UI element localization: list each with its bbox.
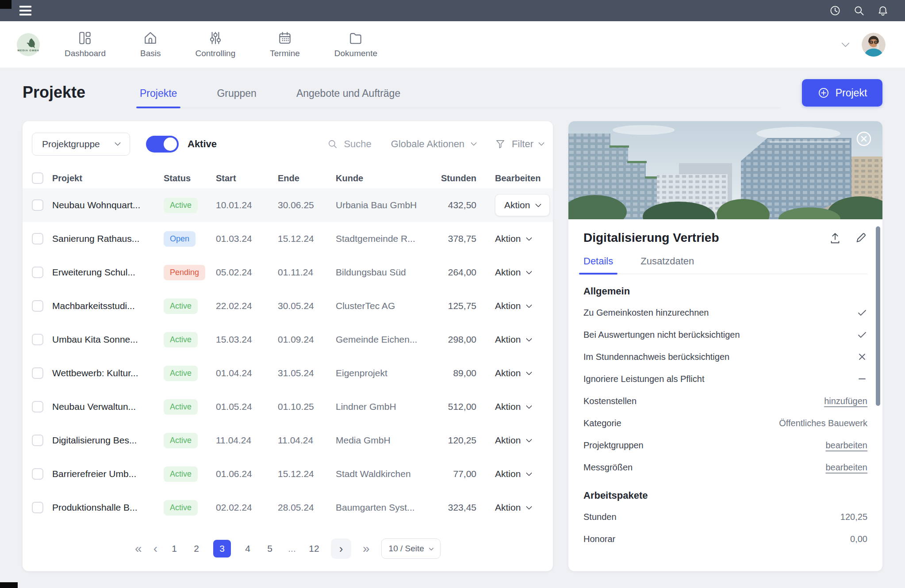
end-date: 30.06.25 [278,200,336,210]
project-detail-panel: Digitalisierung Vertrieb Details Zusatzd… [568,121,882,571]
user-avatar[interactable] [862,33,886,57]
pagination-first-button[interactable]: « [135,542,142,555]
active-toggle[interactable] [146,136,179,153]
edit-pencil-icon[interactable] [854,231,867,244]
row-checkbox[interactable] [32,199,43,211]
hours-value: 125,75 [448,301,476,311]
pagination-page-1[interactable]: 1 [169,543,180,554]
projects-table-card: Projektgruppe Aktive Suche Globale Aktio… [23,121,553,571]
tab-angebote-und-auftraege[interactable]: Angebote und Aufträge [296,88,400,107]
table-row[interactable]: Digitalisierung Bes... Active 11.04.24 1… [23,424,553,457]
hours-value: 77,00 [453,469,476,479]
row-checkbox[interactable] [32,267,43,278]
tab-zusatzdaten[interactable]: Zusatzdaten [640,256,694,274]
chevron-down-icon [115,140,121,146]
search-icon[interactable] [853,4,865,17]
company-logo[interactable]: MEDIA GMBH [17,33,40,56]
hamburger-menu-icon[interactable] [19,6,31,15]
row-action-dropdown[interactable]: Aktion [495,334,531,345]
row-action-dropdown[interactable]: Aktion [495,301,531,311]
filter-dropdown[interactable]: Filter [495,138,544,150]
pagination-last-button[interactable]: » [363,542,370,555]
row-action-dropdown[interactable]: Aktion [495,194,550,216]
row-action-dropdown[interactable]: Aktion [495,233,531,244]
panel-row: Im Stundennachweis berücksichtigen [583,346,867,368]
chevron-down-icon [526,403,532,409]
row-checkbox[interactable] [32,233,43,244]
pagination-next-button[interactable]: › [331,538,351,559]
row-checkbox[interactable] [32,502,43,513]
clock-icon[interactable] [829,4,841,17]
pagination-page-4[interactable]: 4 [242,543,253,554]
end-date: 28.05.24 [278,502,336,513]
table-row[interactable]: Sanierung Rathaus... Open 01.03.24 15.12… [23,222,553,256]
customer-name: ClusterTec AG [336,301,430,311]
table-row[interactable]: Produktionshalle B... Active 02.02.24 28… [23,491,553,524]
project-name: Machbarkeitsstudi... [52,301,164,311]
nav-item-controlling[interactable]: Controlling [195,31,235,58]
table-row[interactable]: Wettbewerb: Kultur... Active 01.04.24 31… [23,356,553,390]
global-actions-dropdown[interactable]: Globale Aktionen [391,138,476,150]
tab-projekte[interactable]: Projekte [140,88,177,107]
chevron-down-icon[interactable] [841,39,849,47]
pagination-page-3[interactable]: 3 [213,540,231,557]
calendar-icon [277,31,292,46]
customer-name: Stadt Waldkirchen [336,469,430,479]
start-date: 01.05.24 [216,401,278,412]
table-row[interactable]: Machbarkeitsstudi... Active 22.02.24 30.… [23,289,553,323]
row-action-dropdown[interactable]: Aktion [495,469,531,479]
row-action-dropdown[interactable]: Aktion [495,368,531,378]
nav-label: Controlling [195,49,235,58]
pagination: « ‹ 12345...12 › » 10 / Seite [23,538,553,559]
row-checkbox[interactable] [32,401,43,412]
pagination-page-12[interactable]: 12 [309,543,319,554]
row-action-dropdown[interactable]: Aktion [495,502,531,513]
upload-icon[interactable] [828,231,842,244]
row-action-dropdown[interactable]: Aktion [495,435,531,446]
tab-details[interactable]: Details [583,256,613,274]
select-all-checkbox[interactable] [32,172,43,184]
table-row[interactable]: Umbau Kita Sonne... Active 15.03.24 01.0… [23,323,553,356]
bell-icon[interactable] [877,4,889,17]
nav-label: Dokumente [334,49,377,58]
start-date: 02.02.24 [216,502,278,513]
row-action-label: Aktion [495,401,521,412]
nav-item-termine[interactable]: Termine [270,31,300,58]
row-checkbox[interactable] [32,367,43,379]
project-group-dropdown[interactable]: Projektgruppe [32,133,130,156]
row-action-dropdown[interactable]: Aktion [495,267,531,278]
panel-row: Kostenstellenhinzufügen [583,390,867,412]
panel-row: Honorar0,00 [583,528,867,550]
row-action-dropdown[interactable]: Aktion [495,401,531,412]
status-badge: Active [164,332,198,347]
table-row[interactable]: Erweiterung Schul... Pending 05.02.24 01… [23,256,553,289]
panel-row-link[interactable]: hinzufügen [824,396,867,406]
table-row[interactable]: Neubau Wohnquart... Active 10.01.24 30.0… [23,188,553,222]
row-checkbox[interactable] [32,468,43,480]
search-input[interactable]: Suche [327,138,371,150]
panel-row-link[interactable]: bearbeiten [825,462,867,473]
tab-gruppen[interactable]: Gruppen [217,88,257,107]
close-panel-icon[interactable] [855,130,873,148]
nav-item-dokumente[interactable]: Dokumente [334,31,377,58]
panel-row-check [857,329,867,340]
table-row[interactable]: Barrierefreier Umb... Active 01.06.24 15… [23,457,553,491]
panel-row-link[interactable]: bearbeiten [825,440,867,451]
row-checkbox[interactable] [32,334,43,345]
panel-row-label: Stunden [583,512,617,522]
nav-item-dashboard[interactable]: Dashboard [65,31,106,58]
chevron-down-icon [526,268,532,275]
status-badge: Active [164,198,198,213]
pagination-page-5[interactable]: 5 [265,543,275,554]
row-checkbox[interactable] [32,435,43,446]
start-date: 10.01.24 [216,200,278,210]
panel-scrollbar[interactable] [876,226,880,406]
row-checkbox[interactable] [32,300,43,312]
page-size-select[interactable]: 10 / Seite [381,538,441,559]
pagination-page-2[interactable]: 2 [191,543,202,554]
column-header-start: Start [216,173,278,183]
pagination-prev-button[interactable]: ‹ [153,542,157,555]
nav-item-basis[interactable]: Basis [140,31,161,58]
create-project-button[interactable]: Projekt [802,79,882,107]
table-row[interactable]: Neubau Verwaltun... Active 01.05.24 01.1… [23,390,553,424]
